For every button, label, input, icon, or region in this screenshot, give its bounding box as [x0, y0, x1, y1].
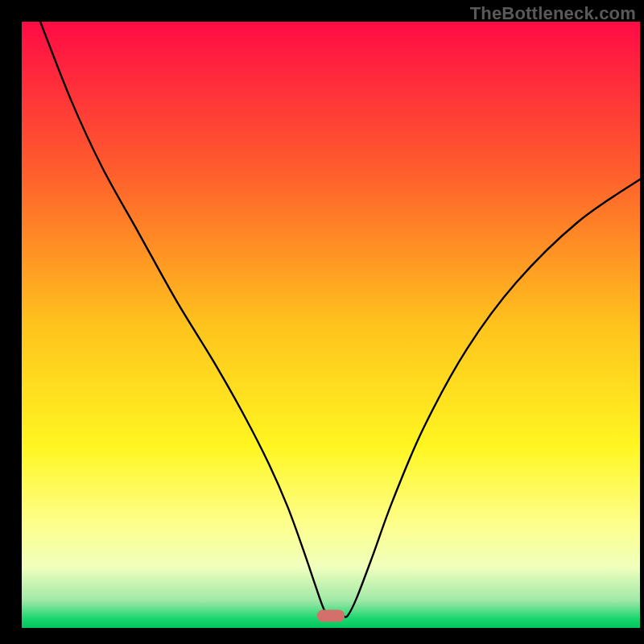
bottleneck-chart: [0, 0, 644, 644]
watermark-text: TheBottleneck.com: [470, 3, 636, 24]
optimal-marker: [317, 609, 345, 621]
chart-frame: TheBottleneck.com: [0, 0, 644, 644]
plot-area: [22, 22, 640, 628]
